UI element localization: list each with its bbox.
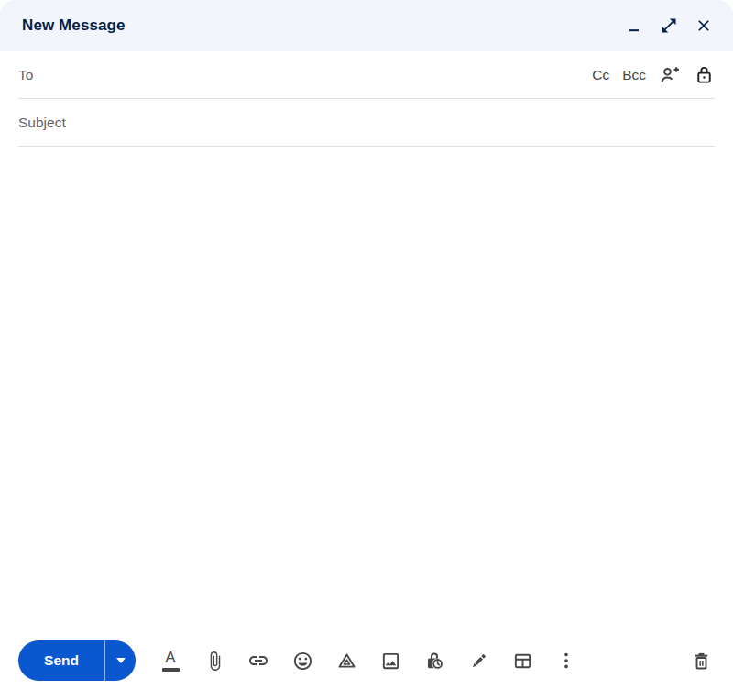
attach-file-icon xyxy=(204,651,225,672)
trash-icon xyxy=(691,651,712,672)
insert-from-drive-button[interactable] xyxy=(324,640,368,681)
expand-button[interactable] xyxy=(656,13,682,38)
open-in-full-icon xyxy=(660,16,678,35)
caret-down-icon xyxy=(116,658,126,663)
to-input[interactable] xyxy=(42,51,592,98)
confidential-mode-button[interactable] xyxy=(412,640,456,681)
google-drive-icon xyxy=(336,651,357,672)
security-lock-button[interactable] xyxy=(694,64,715,85)
subject-input[interactable] xyxy=(18,99,715,146)
formatting-icon: A xyxy=(162,650,180,672)
message-body-editor[interactable] xyxy=(0,147,733,640)
send-split-button: Send xyxy=(18,640,136,681)
emoji-icon xyxy=(292,651,313,672)
insert-table-button[interactable] xyxy=(500,640,544,681)
table-icon xyxy=(512,651,533,672)
subject-row[interactable] xyxy=(18,99,715,147)
send-options-button[interactable] xyxy=(105,640,136,681)
insert-photo-button[interactable] xyxy=(368,640,412,681)
titlebar: New Message xyxy=(0,0,733,51)
close-button[interactable] xyxy=(691,13,717,38)
to-label: To xyxy=(18,67,33,83)
link-icon xyxy=(247,650,269,672)
insert-photo-icon xyxy=(380,651,401,672)
add-contacts-button[interactable] xyxy=(659,64,681,86)
discard-draft-button[interactable] xyxy=(684,640,718,681)
window-controls xyxy=(621,13,717,38)
close-icon xyxy=(695,16,713,35)
recipient-options: Cc Bcc xyxy=(592,64,715,86)
more-options-button[interactable] xyxy=(544,640,588,681)
pen-icon xyxy=(468,651,489,672)
insert-link-button[interactable] xyxy=(236,640,280,681)
cc-link[interactable]: Cc xyxy=(592,67,609,83)
add-contacts-icon xyxy=(659,64,681,86)
recipients-row[interactable]: To Cc Bcc xyxy=(18,51,715,99)
toolbar-icons: A xyxy=(148,640,588,681)
minimize-button[interactable] xyxy=(621,13,647,38)
confidential-mode-icon xyxy=(423,650,445,672)
attach-file-button[interactable] xyxy=(192,640,236,681)
send-button[interactable]: Send xyxy=(18,640,104,681)
insert-signature-button[interactable] xyxy=(456,640,500,681)
compose-window: New Message To Cc Bcc xyxy=(0,0,733,700)
lock-icon xyxy=(694,64,715,85)
window-title: New Message xyxy=(22,16,126,35)
more-vert-icon xyxy=(556,651,576,671)
compose-toolbar: Send A xyxy=(0,640,733,700)
formatting-options-button[interactable]: A xyxy=(148,640,192,681)
insert-emoji-button[interactable] xyxy=(280,640,324,681)
minimize-icon xyxy=(625,16,643,35)
bcc-link[interactable]: Bcc xyxy=(622,67,646,83)
